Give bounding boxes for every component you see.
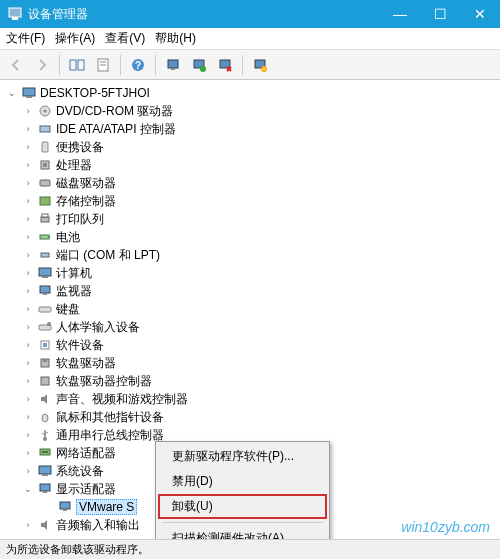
tree-node[interactable]: ›存储控制器 — [0, 192, 500, 210]
toolbar: ? — [0, 50, 500, 80]
expand-icon[interactable]: › — [22, 267, 34, 279]
svg-rect-2 — [70, 60, 76, 70]
floppy-icon — [37, 355, 53, 371]
show-hide-button[interactable] — [65, 53, 89, 77]
menu-help[interactable]: 帮助(H) — [155, 30, 196, 47]
context-separator — [162, 522, 323, 523]
keyboard-icon — [37, 301, 53, 317]
audio-video-icon — [37, 391, 53, 407]
watermark: win10zyb.com — [401, 519, 490, 535]
toolbar-separator — [120, 55, 121, 75]
software-icon — [37, 337, 53, 353]
expand-icon[interactable]: › — [22, 195, 34, 207]
expand-icon[interactable]: › — [22, 285, 34, 297]
tree-node[interactable]: ›磁盘驱动器 — [0, 174, 500, 192]
expand-icon[interactable]: › — [22, 177, 34, 189]
tree-node[interactable]: ›电池 — [0, 228, 500, 246]
app-icon — [8, 7, 22, 21]
expand-icon[interactable]: › — [22, 429, 34, 441]
svg-rect-52 — [60, 502, 70, 509]
expand-icon[interactable]: › — [22, 231, 34, 243]
tree-root[interactable]: ⌄ DESKTOP-5FTJHOI — [0, 84, 500, 102]
tree-node[interactable]: ›打印队列 — [0, 210, 500, 228]
root-label[interactable]: DESKTOP-5FTJHOI — [40, 86, 150, 100]
back-button[interactable] — [4, 53, 28, 77]
tree-node[interactable]: ›DVD/CD-ROM 驱动器 — [0, 102, 500, 120]
tree-node[interactable]: ›声音、视频和游戏控制器 — [0, 390, 500, 408]
expand-icon[interactable]: › — [22, 159, 34, 171]
ports-icon — [37, 247, 53, 263]
svg-rect-50 — [40, 484, 50, 491]
expand-icon[interactable]: › — [22, 303, 34, 315]
tree-node[interactable]: ›鼠标和其他指针设备 — [0, 408, 500, 426]
svg-rect-10 — [171, 68, 175, 70]
expand-icon[interactable]: › — [22, 393, 34, 405]
tree-node[interactable]: ›计算机 — [0, 264, 500, 282]
spacer — [42, 501, 54, 513]
uninstall-button[interactable] — [213, 53, 237, 77]
svg-rect-13 — [220, 60, 230, 68]
tree-node[interactable]: ›软盘驱动器控制器 — [0, 372, 500, 390]
svg-rect-23 — [43, 163, 47, 167]
floppy-controller-icon — [37, 373, 53, 389]
svg-rect-41 — [43, 359, 47, 362]
tree-node[interactable]: ›便携设备 — [0, 138, 500, 156]
dvd-icon — [37, 103, 53, 119]
svg-rect-32 — [42, 276, 48, 278]
display-adapter-icon — [57, 499, 73, 515]
scan-hardware-button[interactable] — [161, 53, 185, 77]
tree-node[interactable]: ›软盘驱动器 — [0, 354, 500, 372]
svg-point-19 — [44, 110, 47, 113]
menu-view[interactable]: 查看(V) — [105, 30, 145, 47]
monitor-icon — [37, 283, 53, 299]
tree-node[interactable]: ›人体学输入设备 — [0, 318, 500, 336]
svg-rect-27 — [42, 214, 48, 217]
expand-icon[interactable]: › — [22, 141, 34, 153]
expand-icon[interactable]: › — [22, 411, 34, 423]
close-button[interactable]: ✕ — [460, 0, 500, 28]
collapse-icon[interactable]: ⌄ — [6, 87, 18, 99]
expand-icon[interactable]: › — [22, 339, 34, 351]
svg-rect-20 — [40, 126, 50, 132]
svg-rect-34 — [43, 293, 47, 295]
context-update-driver[interactable]: 更新驱动程序软件(P)... — [158, 444, 327, 469]
expand-icon[interactable]: › — [22, 105, 34, 117]
expand-icon[interactable]: › — [22, 465, 34, 477]
menu-action[interactable]: 操作(A) — [55, 30, 95, 47]
expand-icon[interactable]: › — [22, 213, 34, 225]
minimize-button[interactable]: — — [380, 0, 420, 28]
maximize-button[interactable]: ☐ — [420, 0, 460, 28]
help-button[interactable]: ? — [126, 53, 150, 77]
tree-node[interactable]: ›键盘 — [0, 300, 500, 318]
audio-io-icon — [37, 517, 53, 533]
svg-rect-1 — [12, 17, 18, 20]
disable-button[interactable] — [248, 53, 272, 77]
expand-icon[interactable]: › — [22, 357, 34, 369]
context-uninstall[interactable]: 卸载(U) — [158, 494, 327, 519]
collapse-icon[interactable]: ⌄ — [22, 483, 34, 495]
expand-icon[interactable]: › — [22, 447, 34, 459]
tree-node[interactable]: ›监视器 — [0, 282, 500, 300]
update-driver-button[interactable] — [187, 53, 211, 77]
tree-node[interactable]: ›端口 (COM 和 LPT) — [0, 246, 500, 264]
expand-icon[interactable]: › — [22, 123, 34, 135]
menubar: 文件(F) 操作(A) 查看(V) 帮助(H) — [0, 28, 500, 50]
forward-button[interactable] — [30, 53, 54, 77]
properties-button[interactable] — [91, 53, 115, 77]
svg-rect-31 — [39, 268, 51, 276]
expand-icon[interactable]: › — [22, 519, 34, 531]
toolbar-separator — [155, 55, 156, 75]
expand-icon[interactable]: › — [22, 375, 34, 387]
tree-node[interactable]: ›IDE ATA/ATAPI 控制器 — [0, 120, 500, 138]
expand-icon[interactable]: › — [22, 321, 34, 333]
cpu-icon — [37, 157, 53, 173]
svg-text:?: ? — [135, 60, 141, 71]
ide-icon — [37, 121, 53, 137]
tree-node[interactable]: ›软件设备 — [0, 336, 500, 354]
context-disable[interactable]: 禁用(D) — [158, 469, 327, 494]
menu-file[interactable]: 文件(F) — [6, 30, 45, 47]
svg-rect-42 — [41, 377, 49, 385]
svg-rect-35 — [39, 307, 51, 312]
expand-icon[interactable]: › — [22, 249, 34, 261]
tree-node[interactable]: ›处理器 — [0, 156, 500, 174]
